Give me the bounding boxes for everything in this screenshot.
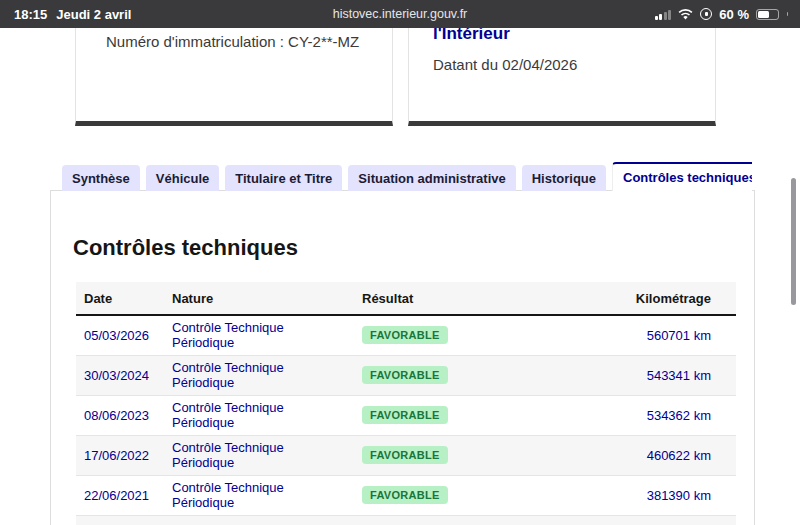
status-badge: FAVORABLE: [362, 406, 448, 424]
cell-resultat: FAVORABLE: [354, 395, 559, 435]
battery-nub: [787, 12, 789, 16]
ct-table-body: 05/03/2026 Contrôle Technique Périodique…: [76, 315, 736, 515]
column-header-kilometrage: Kilométrage: [559, 282, 736, 315]
tab-vehicule[interactable]: Véhicule: [146, 165, 219, 191]
cell-resultat: FAVORABLE: [354, 315, 559, 355]
table-row: 05/03/2026 Contrôle Technique Périodique…: [76, 315, 736, 355]
cell-resultat: FAVORABLE: [354, 355, 559, 395]
status-badge: FAVORABLE: [362, 446, 448, 464]
certificate-title-link[interactable]: l'Intérieur: [433, 28, 715, 44]
tab-list: Synthèse Véhicule Titulaire et Titre Sit…: [62, 162, 752, 191]
cell-kilometrage: 534362 km: [559, 395, 736, 435]
orientation-lock-icon: [700, 8, 712, 20]
vertical-scrollbar[interactable]: [791, 178, 796, 305]
status-right: 60 %: [655, 0, 788, 28]
status-badge: FAVORABLE: [362, 486, 448, 504]
controls-table: Date Nature Résultat Kilométrage 05/03/2…: [76, 282, 736, 516]
status-badge: FAVORABLE: [362, 366, 448, 384]
cell-kilometrage: 381390 km: [559, 475, 736, 515]
cell-date: 17/06/2022: [76, 435, 164, 475]
cell-nature: Contrôle Technique Périodique: [164, 435, 354, 475]
battery-percent-label: 60 %: [719, 7, 749, 22]
cell-kilometrage: 560701 km: [559, 315, 736, 355]
certificate-card: l'Intérieur Datant du 02/04/2026: [408, 28, 716, 126]
status-bar: 18:15 Jeudi 2 avril histovec.interieur.g…: [0, 0, 800, 28]
status-badge: FAVORABLE: [362, 326, 448, 344]
table-row-partial: [76, 515, 736, 525]
table-row: 08/06/2023 Contrôle Technique Périodique…: [76, 395, 736, 435]
cellular-signal-icon: [655, 9, 672, 20]
tab-synthese[interactable]: Synthèse: [62, 165, 140, 191]
tab-titulaire-et-titre[interactable]: Titulaire et Titre: [225, 165, 342, 191]
cell-kilometrage: 460622 km: [559, 435, 736, 475]
cell-nature: Contrôle Technique Périodique: [164, 355, 354, 395]
table-row: 17/06/2022 Contrôle Technique Périodique…: [76, 435, 736, 475]
cell-nature: Contrôle Technique Périodique: [164, 395, 354, 435]
table-header-row: Date Nature Résultat Kilométrage: [76, 282, 736, 315]
cell-date: 22/06/2021: [76, 475, 164, 515]
column-header-nature: Nature: [164, 282, 354, 315]
cell-resultat: FAVORABLE: [354, 475, 559, 515]
wifi-icon: [678, 9, 693, 20]
cell-resultat: FAVORABLE: [354, 435, 559, 475]
certificate-date: Datant du 02/04/2026: [433, 56, 715, 73]
screen: 18:15 Jeudi 2 avril histovec.interieur.g…: [0, 0, 800, 525]
cell-date: 05/03/2026: [76, 315, 164, 355]
battery-icon: [756, 9, 779, 20]
tab-historique[interactable]: Historique: [522, 165, 606, 191]
cell-date: 08/06/2023: [76, 395, 164, 435]
tab-controles-techniques[interactable]: Contrôles techniques: [612, 162, 752, 191]
column-header-resultat: Résultat: [354, 282, 559, 315]
page-title: Contrôles techniques: [73, 235, 298, 261]
cell-date: 30/03/2024: [76, 355, 164, 395]
cell-kilometrage: 543341 km: [559, 355, 736, 395]
table-row: 22/06/2021 Contrôle Technique Périodique…: [76, 475, 736, 515]
tab-situation-administrative[interactable]: Situation administrative: [348, 165, 515, 191]
registration-card: Numéro d'immatriculation : CY-2**-MZ: [75, 28, 393, 126]
column-header-date: Date: [76, 282, 164, 315]
registration-number: Numéro d'immatriculation : CY-2**-MZ: [106, 33, 392, 50]
table-row: 30/03/2024 Contrôle Technique Périodique…: [76, 355, 736, 395]
cell-nature: Contrôle Technique Périodique: [164, 315, 354, 355]
cell-nature: Contrôle Technique Périodique: [164, 475, 354, 515]
content-panel: Contrôles techniques Date Nature Résulta…: [50, 190, 755, 525]
